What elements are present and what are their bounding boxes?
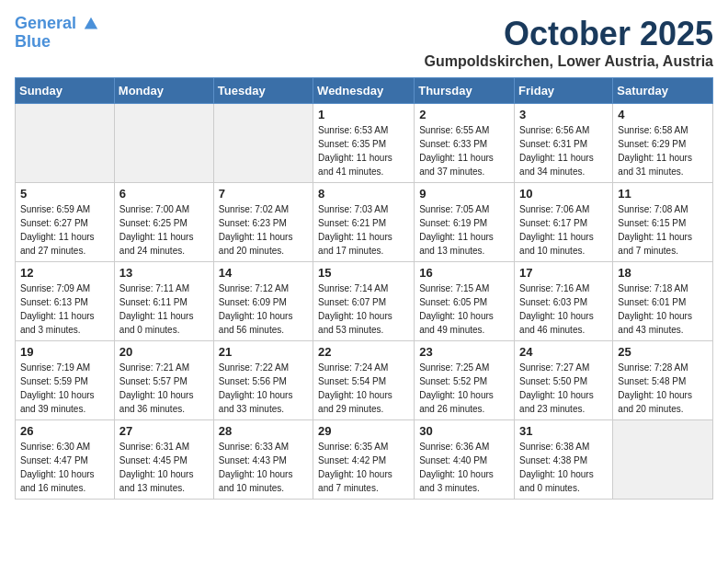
day-info: Sunrise: 7:19 AM Sunset: 5:59 PM Dayligh… (20, 361, 109, 416)
day-info: Sunrise: 7:05 AM Sunset: 6:19 PM Dayligh… (419, 202, 509, 258)
calendar-cell: 2Sunrise: 6:55 AM Sunset: 6:33 PM Daylig… (415, 104, 515, 183)
day-number: 4 (618, 108, 708, 121)
day-info: Sunrise: 7:15 AM Sunset: 6:05 PM Dayligh… (419, 282, 509, 337)
calendar-cell: 3Sunrise: 6:56 AM Sunset: 6:31 PM Daylig… (515, 104, 613, 183)
title-area: October 2025 Gumpoldskirchen, Lower Aust… (425, 15, 713, 70)
day-info: Sunrise: 6:38 AM Sunset: 4:38 PM Dayligh… (519, 440, 608, 495)
calendar-cell: 20Sunrise: 7:21 AM Sunset: 5:57 PM Dayli… (114, 341, 213, 420)
calendar-cell: 24Sunrise: 7:27 AM Sunset: 5:50 PM Dayli… (515, 341, 613, 420)
calendar: SundayMondayTuesdayWednesdayThursdayFrid… (15, 77, 713, 500)
week-row-4: 19Sunrise: 7:19 AM Sunset: 5:59 PM Dayli… (16, 341, 713, 420)
day-number: 25 (618, 345, 708, 359)
week-row-1: 1Sunrise: 6:53 AM Sunset: 6:35 PM Daylig… (16, 104, 713, 183)
day-number: 21 (219, 345, 308, 359)
day-number: 11 (618, 187, 708, 201)
calendar-cell: 13Sunrise: 7:11 AM Sunset: 6:11 PM Dayli… (114, 262, 213, 341)
day-number: 5 (20, 187, 109, 201)
svg-marker-0 (85, 17, 97, 29)
day-info: Sunrise: 7:27 AM Sunset: 5:50 PM Dayligh… (519, 361, 608, 416)
day-info: Sunrise: 6:53 AM Sunset: 6:35 PM Dayligh… (318, 123, 409, 178)
day-info: Sunrise: 7:22 AM Sunset: 5:56 PM Dayligh… (219, 361, 308, 416)
week-row-5: 26Sunrise: 6:30 AM Sunset: 4:47 PM Dayli… (16, 420, 713, 500)
calendar-cell: 6Sunrise: 7:00 AM Sunset: 6:25 PM Daylig… (114, 183, 213, 262)
day-info: Sunrise: 7:00 AM Sunset: 6:25 PM Dayligh… (119, 202, 209, 258)
day-info: Sunrise: 7:18 AM Sunset: 6:01 PM Dayligh… (618, 282, 708, 337)
calendar-cell: 11Sunrise: 7:08 AM Sunset: 6:15 PM Dayli… (613, 183, 713, 262)
month-title: October 2025 (425, 15, 713, 53)
calendar-cell (613, 420, 713, 500)
day-number: 20 (119, 345, 209, 359)
day-number: 30 (419, 424, 509, 438)
day-number: 19 (20, 345, 109, 359)
calendar-cell: 17Sunrise: 7:16 AM Sunset: 6:03 PM Dayli… (515, 262, 613, 341)
calendar-cell: 23Sunrise: 7:25 AM Sunset: 5:52 PM Dayli… (415, 341, 515, 420)
calendar-cell (114, 104, 213, 183)
calendar-cell: 8Sunrise: 7:03 AM Sunset: 6:21 PM Daylig… (313, 183, 415, 262)
day-info: Sunrise: 6:56 AM Sunset: 6:31 PM Dayligh… (519, 123, 608, 178)
calendar-cell: 19Sunrise: 7:19 AM Sunset: 5:59 PM Dayli… (16, 341, 115, 420)
day-number: 14 (219, 266, 308, 280)
calendar-cell: 31Sunrise: 6:38 AM Sunset: 4:38 PM Dayli… (515, 420, 613, 500)
day-info: Sunrise: 6:33 AM Sunset: 4:43 PM Dayligh… (219, 440, 308, 495)
header-tuesday: Tuesday (213, 78, 313, 104)
calendar-cell (213, 104, 313, 183)
day-info: Sunrise: 7:16 AM Sunset: 6:03 PM Dayligh… (519, 282, 608, 337)
day-number: 3 (519, 108, 608, 121)
calendar-cell: 26Sunrise: 6:30 AM Sunset: 4:47 PM Dayli… (16, 420, 115, 500)
day-info: Sunrise: 7:06 AM Sunset: 6:17 PM Dayligh… (519, 202, 608, 258)
calendar-cell: 9Sunrise: 7:05 AM Sunset: 6:19 PM Daylig… (415, 183, 515, 262)
day-info: Sunrise: 6:59 AM Sunset: 6:27 PM Dayligh… (20, 202, 109, 258)
calendar-header-row: SundayMondayTuesdayWednesdayThursdayFrid… (16, 78, 713, 104)
logo: General Blue (15, 15, 99, 52)
day-info: Sunrise: 6:58 AM Sunset: 6:29 PM Dayligh… (618, 123, 708, 178)
week-row-2: 5Sunrise: 6:59 AM Sunset: 6:27 PM Daylig… (16, 183, 713, 262)
day-info: Sunrise: 7:21 AM Sunset: 5:57 PM Dayligh… (119, 361, 209, 416)
day-number: 7 (219, 187, 308, 201)
day-info: Sunrise: 7:02 AM Sunset: 6:23 PM Dayligh… (219, 202, 308, 258)
day-info: Sunrise: 7:25 AM Sunset: 5:52 PM Dayligh… (419, 361, 509, 416)
day-number: 12 (20, 266, 109, 280)
day-number: 22 (318, 345, 409, 359)
header-thursday: Thursday (415, 78, 515, 104)
day-info: Sunrise: 7:03 AM Sunset: 6:21 PM Dayligh… (318, 202, 409, 258)
day-number: 8 (318, 187, 409, 201)
day-info: Sunrise: 7:09 AM Sunset: 6:13 PM Dayligh… (20, 282, 109, 337)
calendar-cell: 15Sunrise: 7:14 AM Sunset: 6:07 PM Dayli… (313, 262, 415, 341)
day-number: 24 (519, 345, 608, 359)
day-number: 18 (618, 266, 708, 280)
day-number: 15 (318, 266, 409, 280)
calendar-cell: 1Sunrise: 6:53 AM Sunset: 6:35 PM Daylig… (313, 104, 415, 183)
calendar-cell: 30Sunrise: 6:36 AM Sunset: 4:40 PM Dayli… (415, 420, 515, 500)
day-info: Sunrise: 7:14 AM Sunset: 6:07 PM Dayligh… (318, 282, 409, 337)
day-number: 27 (119, 424, 209, 438)
header-monday: Monday (114, 78, 213, 104)
day-number: 31 (519, 424, 608, 438)
day-info: Sunrise: 6:55 AM Sunset: 6:33 PM Dayligh… (419, 123, 509, 178)
day-number: 2 (419, 108, 509, 121)
day-number: 13 (119, 266, 209, 280)
header-saturday: Saturday (613, 78, 713, 104)
calendar-cell: 29Sunrise: 6:35 AM Sunset: 4:42 PM Dayli… (313, 420, 415, 500)
calendar-cell: 21Sunrise: 7:22 AM Sunset: 5:56 PM Dayli… (213, 341, 313, 420)
calendar-cell: 10Sunrise: 7:06 AM Sunset: 6:17 PM Dayli… (515, 183, 613, 262)
calendar-cell: 18Sunrise: 7:18 AM Sunset: 6:01 PM Dayli… (613, 262, 713, 341)
day-number: 16 (419, 266, 509, 280)
calendar-cell: 27Sunrise: 6:31 AM Sunset: 4:45 PM Dayli… (114, 420, 213, 500)
day-info: Sunrise: 7:11 AM Sunset: 6:11 PM Dayligh… (119, 282, 209, 337)
day-info: Sunrise: 6:30 AM Sunset: 4:47 PM Dayligh… (20, 440, 109, 495)
day-info: Sunrise: 7:08 AM Sunset: 6:15 PM Dayligh… (618, 202, 708, 258)
calendar-cell: 25Sunrise: 7:28 AM Sunset: 5:48 PM Dayli… (613, 341, 713, 420)
day-number: 26 (20, 424, 109, 438)
day-info: Sunrise: 6:36 AM Sunset: 4:40 PM Dayligh… (419, 440, 509, 495)
day-number: 1 (318, 108, 409, 121)
day-number: 9 (419, 187, 509, 201)
calendar-cell: 16Sunrise: 7:15 AM Sunset: 6:05 PM Dayli… (415, 262, 515, 341)
header-friday: Friday (515, 78, 613, 104)
day-number: 23 (419, 345, 509, 359)
day-info: Sunrise: 7:28 AM Sunset: 5:48 PM Dayligh… (618, 361, 708, 416)
calendar-cell: 4Sunrise: 6:58 AM Sunset: 6:29 PM Daylig… (613, 104, 713, 183)
day-info: Sunrise: 7:24 AM Sunset: 5:54 PM Dayligh… (318, 361, 409, 416)
day-info: Sunrise: 6:35 AM Sunset: 4:42 PM Dayligh… (318, 440, 409, 495)
day-number: 17 (519, 266, 608, 280)
header-sunday: Sunday (16, 78, 115, 104)
